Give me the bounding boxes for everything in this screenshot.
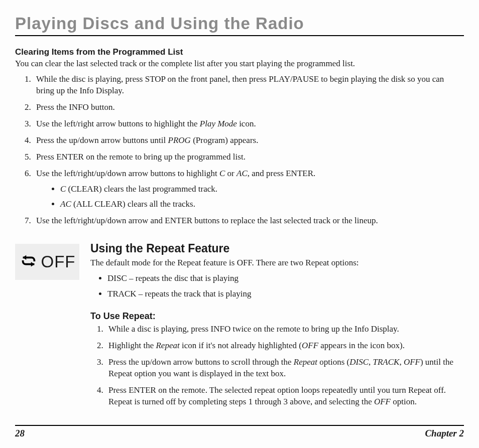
chapter-title: Playing Discs and Using the Radio: [15, 14, 464, 33]
sub-ac: AC (ALL CLEAR) clears all the tracks.: [60, 199, 464, 210]
step-7: Use the left/right/up/down arrow and ENT…: [33, 215, 464, 227]
repeat-option-disc: DISC – repeats the disc that is playing: [107, 273, 464, 284]
step-4: Press the up/down arrow buttons until PR…: [33, 135, 464, 146]
page-footer: 28 Chapter 2: [15, 425, 464, 439]
repeat-intro: The default mode for the Repeat feature …: [90, 257, 464, 269]
step-3-text-c: icon.: [237, 119, 256, 128]
repeat-off-label: OFF: [41, 252, 76, 271]
step-2: Press the INFO button.: [33, 102, 464, 113]
page-number: 28: [15, 428, 25, 439]
step-6-c: C: [219, 169, 225, 178]
step-4-prog: PROG: [168, 135, 191, 145]
svg-marker-0: [23, 255, 26, 260]
r3a: Press the up/down arrow buttons to scrol…: [108, 357, 294, 367]
sub-c-label: C: [60, 184, 66, 194]
step-4-text-c: (Program) appears.: [191, 135, 259, 145]
repeat-step-2: Highlight the Repeat icon if it's not al…: [105, 340, 464, 352]
repeat-section: OFF Using the Repeat Feature The default…: [15, 242, 464, 417]
repeat-steps: While a disc is playing, press INFO twic…: [90, 324, 464, 408]
step-6-text-a: Use the left/right/up/down arrow buttons…: [36, 169, 219, 178]
sub-ac-text: (ALL CLEAR) clears all the tracks.: [71, 199, 195, 209]
section-intro: You can clear the last selected track or…: [15, 58, 464, 70]
repeat-content: Using the Repeat Feature The default mod…: [90, 242, 464, 417]
r4b: OFF: [374, 397, 391, 406]
step-6-text-c: or: [225, 169, 236, 178]
r3c: options (: [317, 357, 349, 367]
chapter-label: Chapter 2: [425, 428, 464, 439]
repeat-off-iconbox: OFF: [15, 244, 79, 280]
sub-c-text: (CLEAR) clears the last programmed track…: [66, 184, 217, 194]
repeat-icon: [19, 251, 38, 272]
title-rule: [15, 35, 464, 36]
step-6-ac: AC,: [236, 169, 250, 178]
r4c: option.: [391, 397, 417, 406]
r2b: Repeat: [156, 341, 179, 350]
r3d: DISC, TRACK, OFF: [349, 357, 420, 367]
step-4-text-a: Press the up/down arrow buttons until: [36, 135, 168, 145]
footer-rule: [15, 425, 464, 426]
step-3-play-mode: Play Mode: [200, 119, 237, 128]
step-6-text-e: and press ENTER.: [250, 169, 315, 178]
sub-ac-label: AC: [60, 199, 71, 209]
step-5: Press ENTER on the remote to bring up th…: [33, 152, 464, 163]
r2c: icon if it's not already highlighted (: [180, 341, 302, 350]
step-6-sublist: C (CLEAR) clears the last programmed tra…: [36, 184, 464, 211]
svg-marker-1: [31, 262, 34, 267]
step-3-text-a: Use the left/right arrow buttons to high…: [36, 119, 200, 128]
repeat-options: DISC – repeats the disc that is playing …: [90, 273, 464, 300]
repeat-step-3: Press the up/down arrow buttons to scrol…: [105, 357, 464, 380]
clearing-steps: While the disc is playing, press STOP on…: [15, 74, 464, 227]
repeat-step-1: While a disc is playing, press INFO twic…: [105, 324, 464, 335]
repeat-option-track: TRACK – repeats the track that is playin…: [107, 288, 464, 300]
step-6: Use the left/right/up/down arrow buttons…: [33, 168, 464, 211]
step-3: Use the left/right arrow buttons to high…: [33, 118, 464, 130]
r2a: Highlight the: [108, 341, 156, 350]
repeat-heading: Using the Repeat Feature: [90, 242, 464, 255]
r2d: OFF: [302, 341, 318, 350]
repeat-step-4: Press ENTER on the remote. The selected …: [105, 385, 464, 408]
step-1: While the disc is playing, press STOP on…: [33, 74, 464, 97]
r3b: Repeat: [294, 357, 317, 367]
sub-c: C (CLEAR) clears the last programmed tra…: [60, 184, 464, 195]
section-heading-clearing: Clearing Items from the Programmed List: [15, 47, 464, 57]
to-use-repeat-heading: To Use Repeat:: [90, 311, 464, 322]
manual-page: Playing Discs and Using the Radio Cleari…: [0, 0, 479, 448]
r2e: appears in the icon box).: [318, 341, 405, 350]
